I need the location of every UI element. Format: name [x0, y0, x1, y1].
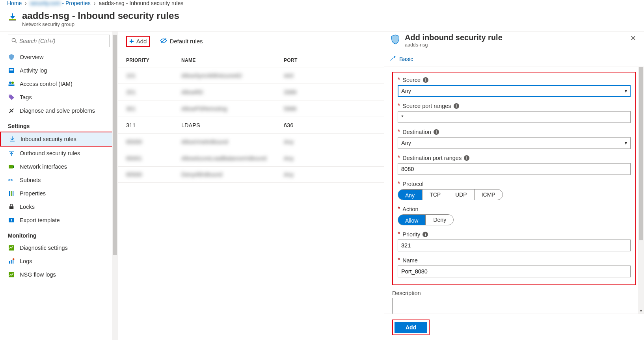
- sidebar-item-label: Inbound security rules: [20, 136, 76, 142]
- cell-name: AllowAzureLoadBalancerInBound: [181, 155, 284, 162]
- dst-port-input-wrap[interactable]: [398, 163, 631, 175]
- page-title: aadds-nsg - Inbound security rules: [22, 10, 179, 21]
- sidebar-item-label: Overview: [20, 54, 43, 60]
- sidebar-item-label: Logs: [20, 258, 32, 264]
- page-header: aadds-nsg - Inbound security rules Netwo…: [0, 9, 644, 32]
- sidebar-item-inbound[interactable]: Inbound security rules: [0, 132, 118, 147]
- priority-input[interactable]: [401, 242, 627, 249]
- nics-icon: [8, 163, 15, 170]
- chevron-down-icon: ▾: [625, 140, 627, 146]
- name-input[interactable]: [401, 268, 627, 275]
- default-rules-label: Default rules: [169, 38, 203, 45]
- name-input-wrap[interactable]: [398, 266, 631, 277]
- priority-input-wrap[interactable]: [398, 240, 631, 251]
- src-port-label: Source port ranges: [402, 103, 451, 109]
- sidebar-item-nsgflow[interactable]: NSG flow logs: [0, 268, 118, 281]
- nav-section-monitoring: Monitoring: [0, 227, 118, 241]
- cell-priority: 65000: [126, 139, 181, 145]
- sidebar-item-label: Diagnostic settings: [20, 245, 68, 251]
- add-button[interactable]: Add: [395, 322, 427, 333]
- action-label: Action: [402, 206, 418, 212]
- add-rule-button[interactable]: + Add: [126, 36, 150, 47]
- sidebar-item-nics[interactable]: Network interfaces: [0, 160, 118, 173]
- subnets-icon: <·>: [8, 177, 15, 184]
- seg-option-udp[interactable]: UDP: [448, 190, 474, 200]
- sidebar-search-input[interactable]: [19, 38, 106, 44]
- cell-port: Any: [284, 171, 331, 178]
- panel-footer: Add: [384, 314, 644, 340]
- cell-port: 3389: [284, 89, 331, 95]
- source-value: Any: [401, 88, 411, 94]
- destination-label: Destination: [402, 129, 431, 135]
- chevron-right-icon: ›: [94, 0, 96, 6]
- action-segmented[interactable]: AllowDeny: [398, 214, 454, 225]
- seg-option-deny[interactable]: Deny: [426, 215, 453, 225]
- info-icon[interactable]: i: [423, 232, 428, 237]
- panel-title: Add inbound security rule: [405, 33, 503, 42]
- seg-option-allow[interactable]: Allow: [398, 215, 426, 225]
- sidebar-item-logs[interactable]: Logs: [0, 255, 118, 268]
- sidebar-item-overview[interactable]: Overview: [0, 50, 118, 64]
- sidebar-scrollbar[interactable]: [112, 32, 118, 340]
- sidebar-item-export[interactable]: Export template: [0, 214, 118, 227]
- col-port[interactable]: PORT: [284, 58, 331, 63]
- seg-option-icmp[interactable]: ICMP: [474, 190, 503, 200]
- panel-body: *Sourcei Any ▾ *Source port rangesi *Des…: [384, 67, 644, 314]
- source-select[interactable]: Any ▾: [398, 85, 631, 97]
- panel-header: Add inbound security rule aadds-nsg ✕: [384, 32, 644, 51]
- basic-toggle[interactable]: Basic: [384, 51, 644, 67]
- close-icon[interactable]: ✕: [628, 33, 638, 43]
- info-icon[interactable]: i: [423, 77, 428, 83]
- src-port-input[interactable]: [401, 114, 627, 120]
- inbound-icon: [9, 136, 16, 143]
- dst-port-input[interactable]: [401, 166, 627, 172]
- sidebar-item-label: Outbound security rules: [20, 150, 80, 156]
- info-icon[interactable]: i: [434, 129, 439, 135]
- sidebar-search[interactable]: [8, 35, 110, 47]
- cell-port: 636: [284, 122, 331, 128]
- diagnose-icon: [8, 107, 15, 114]
- sidebar-item-diagnose[interactable]: Diagnose and solve problems: [0, 104, 118, 117]
- cell-name: AllowSyncWithAzureAD: [181, 72, 284, 79]
- cell-port: 5986: [284, 106, 331, 112]
- default-rules-button[interactable]: Default rules: [157, 35, 206, 47]
- breadcrumbs: Home › security.com - Properties › aadds…: [0, 0, 644, 9]
- panel-scrollbar[interactable]: ▲▼: [638, 67, 644, 314]
- svg-point-25: [13, 258, 15, 260]
- cell-name: LDAPS: [181, 122, 284, 128]
- info-icon[interactable]: i: [464, 155, 469, 161]
- sidebar-item-outbound[interactable]: Outbound security rules: [0, 147, 118, 160]
- sidebar-item-subnets[interactable]: <·>Subnets: [0, 173, 118, 187]
- description-textarea[interactable]: [392, 298, 636, 314]
- bc-home[interactable]: Home: [7, 0, 22, 6]
- bc-properties[interactable]: security.com - Properties: [30, 0, 91, 6]
- iam-icon: [8, 80, 15, 87]
- add-button-highlight: Add: [392, 320, 430, 335]
- sidebar-item-label: Activity log: [20, 67, 47, 74]
- src-port-input-wrap[interactable]: [398, 111, 631, 123]
- sidebar-item-locks[interactable]: Locks: [0, 200, 118, 214]
- info-icon[interactable]: i: [454, 103, 459, 109]
- sidebar-item-iam[interactable]: Access control (IAM): [0, 77, 118, 91]
- plus-icon: +: [129, 37, 134, 45]
- sidebar-item-tags[interactable]: Tags: [0, 91, 118, 104]
- nsgflow-icon: [8, 271, 15, 278]
- cell-name: AllowVnetInBound: [181, 139, 284, 145]
- cell-priority: 101: [126, 72, 181, 79]
- col-priority[interactable]: PRIORITY: [126, 58, 181, 63]
- diag-icon: [8, 244, 15, 251]
- locks-icon: [8, 203, 15, 210]
- props-icon: [8, 190, 15, 197]
- seg-option-tcp[interactable]: TCP: [422, 190, 448, 200]
- col-name[interactable]: NAME: [181, 58, 284, 63]
- seg-option-any[interactable]: Any: [398, 190, 422, 200]
- sidebar-item-activity[interactable]: Activity log: [0, 64, 118, 77]
- inbound-rules-icon: [8, 10, 17, 23]
- sidebar-item-diag[interactable]: Diagnostic settings: [0, 241, 118, 255]
- cell-priority: 65500: [126, 171, 181, 178]
- sidebar-item-props[interactable]: Properties: [0, 187, 118, 200]
- mandatory-fields-box: *Sourcei Any ▾ *Source port rangesi *Des…: [392, 72, 636, 285]
- sidebar-item-label: Diagnose and solve problems: [20, 108, 95, 114]
- destination-select[interactable]: Any ▾: [398, 137, 631, 149]
- protocol-segmented[interactable]: AnyTCPUDPICMP: [398, 189, 503, 200]
